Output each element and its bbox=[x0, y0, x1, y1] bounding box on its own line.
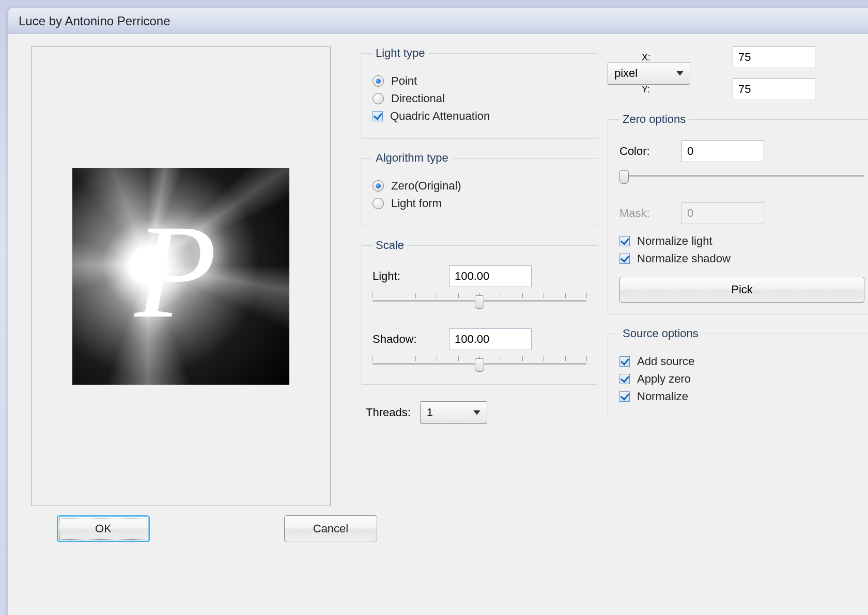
x-input[interactable] bbox=[733, 46, 815, 68]
scale-shadow-label: Shadow: bbox=[373, 333, 435, 346]
zero-options-legend: Zero options bbox=[619, 113, 689, 126]
checkbox-quadric-box bbox=[373, 111, 383, 121]
zero-color-label: Color: bbox=[619, 145, 671, 158]
radio-directional-indicator bbox=[373, 93, 384, 104]
pick-button-label: Pick bbox=[731, 283, 753, 296]
light-type-legend: Light type bbox=[373, 46, 428, 60]
radio-zero-label: Zero(Original) bbox=[391, 179, 461, 193]
scale-light-slider-thumb[interactable] bbox=[475, 295, 484, 309]
checkbox-apply-zero[interactable]: Apply zero bbox=[619, 372, 864, 386]
ok-button[interactable]: OK bbox=[57, 515, 150, 542]
checkbox-add-source[interactable]: Add source bbox=[619, 355, 864, 368]
zero-color-input[interactable] bbox=[681, 140, 764, 162]
window-title: Luce by Antonino Perricone bbox=[19, 14, 171, 28]
scale-legend: Scale bbox=[373, 239, 407, 252]
checkbox-normalize-label: Normalize bbox=[637, 390, 688, 403]
checkbox-add-source-label: Add source bbox=[637, 355, 694, 368]
threads-row: Threads: 1 bbox=[361, 401, 598, 424]
y-input[interactable] bbox=[733, 78, 815, 100]
zero-color-slider[interactable] bbox=[619, 167, 864, 185]
radio-lightform[interactable]: Light form bbox=[373, 197, 586, 210]
checkbox-quadric-label: Quadric Attenuation bbox=[390, 109, 490, 123]
zero-color-slider-thumb[interactable] bbox=[619, 170, 629, 184]
radio-point-label: Point bbox=[391, 74, 417, 88]
x-label: X: bbox=[642, 52, 724, 63]
threads-label: Threads: bbox=[366, 406, 411, 419]
checkbox-normalize-shadow-box bbox=[619, 254, 630, 264]
scale-group: Scale Light: Shadow: bbox=[361, 239, 598, 385]
zero-mask-label: Mask: bbox=[619, 207, 671, 220]
scale-light-slider[interactable] bbox=[373, 292, 586, 310]
checkbox-normalize-box bbox=[619, 391, 630, 402]
left-column: P OK Cancel bbox=[21, 46, 351, 610]
checkbox-apply-zero-box bbox=[619, 374, 630, 384]
checkbox-normalize-light-label: Normalize light bbox=[637, 234, 712, 248]
checkbox-normalize-light-box bbox=[619, 236, 630, 246]
client-area: P OK Cancel Light type Point Directional bbox=[8, 34, 868, 615]
scale-shadow-input[interactable] bbox=[449, 328, 532, 350]
middle-column: Light type Point Directional Quadric Att… bbox=[361, 46, 598, 610]
unit-value: pixel bbox=[614, 67, 638, 80]
scale-shadow-slider-thumb[interactable] bbox=[475, 358, 484, 372]
threads-value: 1 bbox=[427, 406, 433, 419]
checkbox-normalize[interactable]: Normalize bbox=[619, 390, 864, 403]
checkbox-normalize-shadow[interactable]: Normalize shadow bbox=[619, 252, 864, 265]
algorithm-type-legend: Algorithm type bbox=[373, 151, 452, 165]
scale-light-label: Light: bbox=[373, 270, 435, 283]
y-label: Y: bbox=[642, 84, 724, 95]
titlebar: Luce by Antonino Perricone bbox=[8, 8, 868, 34]
pick-button[interactable]: Pick bbox=[619, 277, 864, 303]
right-column: X: pixel Y: Zero options Color: bbox=[608, 46, 868, 610]
checkbox-add-source-box bbox=[619, 356, 630, 367]
checkbox-quadric[interactable]: Quadric Attenuation bbox=[373, 109, 586, 123]
radio-point[interactable]: Point bbox=[373, 74, 586, 88]
dialog-window: Luce by Antonino Perricone P OK Cancel L… bbox=[8, 8, 868, 615]
preview-letter: P bbox=[135, 204, 217, 338]
preview-image: P bbox=[72, 168, 289, 385]
checkbox-normalize-light[interactable]: Normalize light bbox=[619, 234, 864, 248]
radio-lightform-indicator bbox=[373, 198, 384, 209]
zero-mask-input bbox=[681, 202, 764, 224]
position-group: X: pixel Y: bbox=[608, 46, 868, 100]
radio-directional-label: Directional bbox=[391, 92, 445, 105]
cancel-button-label: Cancel bbox=[313, 522, 348, 535]
source-options-legend: Source options bbox=[619, 327, 702, 340]
checkbox-apply-zero-label: Apply zero bbox=[637, 372, 691, 386]
checkbox-normalize-shadow-label: Normalize shadow bbox=[637, 252, 731, 265]
light-type-group: Light type Point Directional Quadric Att… bbox=[361, 46, 598, 139]
unit-combo[interactable]: pixel bbox=[608, 62, 690, 85]
source-options-group: Source options Add source Apply zero Nor… bbox=[608, 327, 868, 419]
radio-zero[interactable]: Zero(Original) bbox=[373, 179, 586, 193]
ok-button-label: OK bbox=[95, 522, 112, 535]
scale-light-input[interactable] bbox=[449, 265, 532, 287]
radio-zero-indicator bbox=[373, 180, 384, 192]
preview-frame: P bbox=[31, 46, 331, 506]
radio-point-indicator bbox=[373, 75, 384, 87]
dialog-buttons: OK Cancel bbox=[21, 515, 351, 542]
radio-lightform-label: Light form bbox=[391, 197, 442, 210]
radio-directional[interactable]: Directional bbox=[373, 92, 586, 105]
zero-options-group: Zero options Color: Mask: Normalize ligh… bbox=[608, 113, 868, 314]
algorithm-type-group: Algorithm type Zero(Original) Light form bbox=[361, 151, 598, 226]
threads-combo[interactable]: 1 bbox=[420, 401, 487, 424]
scale-shadow-slider[interactable] bbox=[373, 355, 586, 373]
